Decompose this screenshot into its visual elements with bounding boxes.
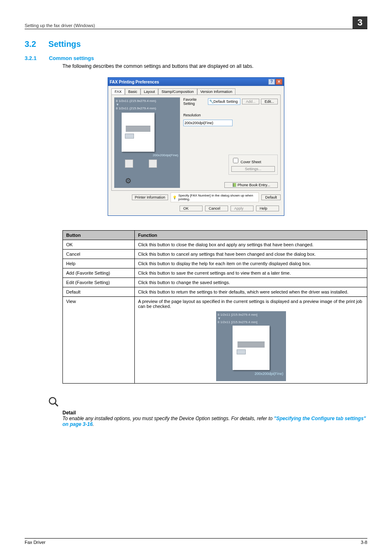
tab-stamp-composition[interactable]: Stamp/Composition bbox=[158, 88, 197, 95]
resolution-select[interactable]: 200x200dpi(Fine) bbox=[183, 120, 233, 126]
table-row: Default Click this button to return the … bbox=[63, 287, 367, 297]
view-preview-resolution: 200x200dpi(Fine) bbox=[218, 372, 284, 376]
running-head: Setting up the fax driver (Windows) bbox=[25, 23, 95, 28]
page-preview-icon bbox=[122, 113, 154, 152]
footer-page-number: 3-8 bbox=[361, 540, 367, 545]
table-row: Cancel Click this button to cancel any s… bbox=[63, 250, 367, 259]
add-button[interactable]: Add... bbox=[242, 99, 259, 104]
footer-left: Fax Driver bbox=[25, 540, 46, 545]
button-function-table: Button Function OK Click this button to … bbox=[62, 230, 367, 384]
cancel-button[interactable]: Cancel bbox=[205, 206, 228, 211]
help-button[interactable]: Help bbox=[256, 206, 279, 211]
table-header-button: Button bbox=[63, 231, 135, 240]
favorite-setting-select[interactable]: 🔧 Default Setting bbox=[208, 98, 241, 105]
detail-heading: Detail bbox=[62, 410, 367, 416]
hint-text: 💡 Specify [FAX Number] in the dialog sho… bbox=[171, 192, 259, 202]
detail-view-icon[interactable] bbox=[149, 160, 157, 168]
subsection-number: 3.2.1 bbox=[25, 55, 37, 61]
section-number: 3.2 bbox=[25, 39, 36, 49]
tab-layout[interactable]: Layout bbox=[141, 88, 158, 95]
tab-basic[interactable]: Basic bbox=[125, 88, 141, 95]
default-button[interactable]: Default bbox=[261, 194, 281, 200]
table-row: Help Click this button to display the he… bbox=[63, 259, 367, 268]
view-preview-size-top: 8 1/2x11 [215.9x279.4 mm] bbox=[218, 313, 284, 317]
chapter-number-badge: 3 bbox=[353, 16, 367, 29]
gear-icon[interactable]: ⚙ bbox=[125, 176, 131, 185]
subsection-title: Common settings bbox=[49, 55, 94, 61]
section-title: Settings bbox=[48, 39, 81, 49]
magnifier-icon bbox=[48, 396, 59, 407]
preview-resolution: 200x200dpi(Fine) bbox=[116, 153, 178, 157]
view-preview-image: 8 1/2x11 [215.9x279.4 mm] ▼ 8 1/2x11 [21… bbox=[216, 311, 286, 381]
printing-preferences-dialog: FAX Printing Preferences ? × FAX Basic L… bbox=[108, 77, 284, 216]
phone-book-entry-button[interactable]: 📗 Phone Book Entry... bbox=[224, 182, 278, 188]
section-heading: 3.2 Settings bbox=[25, 39, 367, 49]
svg-point-0 bbox=[49, 398, 56, 404]
close-icon[interactable]: × bbox=[276, 79, 282, 85]
preview-size-bottom: 8 1/2x11 (215.9x279.4 mm) bbox=[116, 106, 178, 110]
table-header-function: Function bbox=[135, 231, 367, 240]
preview-size-top: 8 1/2x11 (215.9x279.4 mm) bbox=[116, 99, 178, 103]
tab-version-information[interactable]: Version Information bbox=[197, 88, 236, 95]
cover-sheet-settings-button[interactable]: Settings... bbox=[231, 166, 275, 172]
apply-button[interactable]: Apply bbox=[231, 206, 254, 211]
subsection-heading: 3.2.1 Common settings bbox=[25, 55, 367, 61]
printer-information-button[interactable]: Printer Information bbox=[132, 194, 168, 200]
view-preview-size-bottom: 8 1/2x11 [215.9x279.4 mm] bbox=[218, 320, 284, 324]
table-row: Add (Favorite Setting) Click this button… bbox=[63, 268, 367, 278]
cover-sheet-group: Cover Sheet Settings... bbox=[228, 155, 278, 175]
help-icon[interactable]: ? bbox=[268, 79, 275, 85]
preview-pane: 8 1/2x11 (215.9x279.4 mm) ▼ 8 1/2x11 (21… bbox=[114, 97, 180, 188]
table-row: OK Click this button to close the dialog… bbox=[63, 240, 367, 250]
dialog-title: FAX Printing Preferences bbox=[110, 80, 159, 84]
tab-fax[interactable]: FAX bbox=[111, 88, 125, 95]
cover-sheet-checkbox[interactable]: Cover Sheet bbox=[231, 160, 261, 164]
edit-button[interactable]: Edit... bbox=[261, 99, 278, 104]
tab-strip: FAX Basic Layout Stamp/Composition Versi… bbox=[111, 88, 281, 95]
detail-text: To enable any installed options, you mus… bbox=[62, 416, 367, 427]
svg-line-1 bbox=[55, 403, 58, 406]
table-row: View A preview of the page layout as spe… bbox=[63, 297, 367, 384]
intro-paragraph: The following describes the common setti… bbox=[62, 63, 367, 69]
printer-view-icon[interactable] bbox=[125, 160, 133, 168]
favorite-setting-label: Favorite Setting bbox=[183, 97, 206, 106]
resolution-label: Resolution bbox=[183, 113, 278, 117]
table-row: Edit (Favorite Setting) Click this butto… bbox=[63, 278, 367, 287]
ok-button[interactable]: OK bbox=[180, 206, 203, 211]
